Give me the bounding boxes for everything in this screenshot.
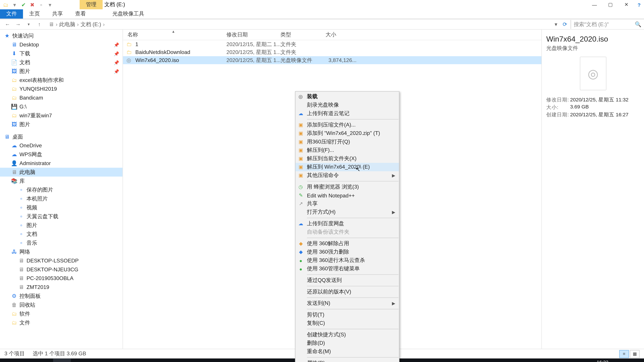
- ctx-burn[interactable]: 刻录光盘映像: [296, 101, 399, 109]
- chevron-right-icon[interactable]: ›: [103, 21, 105, 27]
- maximize-button[interactable]: ▢: [602, 0, 618, 9]
- qat-close-icon[interactable]: ✖: [29, 1, 36, 8]
- ctx-360-trojan-scan[interactable]: ●使用 360进行木马云查杀: [296, 256, 399, 265]
- tree-quick-item[interactable]: 💾G:\: [0, 102, 122, 111]
- tree-misc-item[interactable]: ⚙控制面板: [0, 292, 122, 301]
- ctx-rename[interactable]: 重命名(M): [296, 348, 399, 356]
- ctx-other-zip[interactable]: ▣其他压缩命令▶: [296, 171, 399, 180]
- taskbar-clock[interactable]: 16:32 2020/12/25, 星期五: [582, 360, 623, 362]
- chevron-right-icon[interactable]: ›: [77, 21, 79, 27]
- minimize-button[interactable]: —: [586, 0, 602, 9]
- refresh-button[interactable]: ⟳: [559, 21, 571, 27]
- tree-quick-item[interactable]: 🖼图片: [0, 120, 122, 129]
- search-input[interactable]: 搜索"文档 (E:)" 🔍: [570, 20, 644, 29]
- ctx-mount[interactable]: ◎装载: [296, 92, 399, 101]
- qat-check-icon[interactable]: ✔: [20, 1, 26, 8]
- ctx-delete[interactable]: 删除(D): [296, 339, 399, 348]
- ctx-baidu-upload[interactable]: ☁上传到百度网盘: [296, 220, 399, 228]
- ctx-open-360zip[interactable]: ▣用360压缩打开(Q): [296, 138, 399, 146]
- ctx-360-manage-menu[interactable]: ●使用 360管理右键菜单: [296, 265, 399, 273]
- tree-desktop-item[interactable]: ☁OneDrive: [0, 141, 122, 150]
- ctx-extract-to[interactable]: ▣解压到(F)...: [296, 146, 399, 154]
- ctx-360-force-delete[interactable]: ◆使用 360强力删除: [296, 248, 399, 256]
- tree-quick-item[interactable]: 🗂Bandicam: [0, 93, 122, 102]
- tree-desktop-item[interactable]: 📚库: [0, 177, 122, 186]
- tree-lib-item[interactable]: ▫图片: [0, 221, 122, 230]
- tree-network[interactable]: 🖧网络: [0, 247, 122, 256]
- ribbon-tab-home[interactable]: 主页: [23, 9, 46, 18]
- qat-overflow-icon[interactable]: ▾: [12, 1, 18, 8]
- tree-desktop-item[interactable]: ☁WPS网盘: [0, 150, 122, 159]
- file-row[interactable]: 🗀 BaiduNetdiskDownload 2020/12/25, 星期五 1…: [123, 48, 541, 56]
- tree-network-pc[interactable]: 🖥ZMT2019: [0, 283, 122, 292]
- breadcrumb-location[interactable]: 文档 (E:): [80, 21, 101, 28]
- explorer-taskbar-icon[interactable]: 🗂: [53, 359, 70, 362]
- action-center-button[interactable]: ▭ 3: [629, 359, 642, 362]
- search-button[interactable]: ⌕: [18, 359, 35, 362]
- ctx-extract-here[interactable]: ▣解压到当前文件夹(X): [296, 155, 399, 163]
- tree-quick-item[interactable]: 🗂win7重装win7: [0, 111, 122, 120]
- qat-new-icon[interactable]: ▫: [38, 1, 44, 8]
- ctx-360-unlock[interactable]: ◆使用 360解除占用: [296, 240, 399, 248]
- ctx-extract-named[interactable]: ▣解压到 Win7x64_2020\ (E): [296, 163, 399, 171]
- col-size[interactable]: 大小: [321, 31, 358, 38]
- tree-quick-item[interactable]: 🖼图片📌: [0, 67, 122, 76]
- nav-back-button[interactable]: ←: [4, 21, 10, 27]
- tree-quick-item[interactable]: 🗂YUNQISHI2019: [0, 84, 122, 93]
- close-button[interactable]: ✕: [618, 0, 634, 9]
- search-icon[interactable]: 🔍: [635, 21, 642, 27]
- tree-network-pc[interactable]: 🖥PC-20190530OBLA: [0, 274, 122, 283]
- tree-misc-item[interactable]: 🗂文件: [0, 318, 122, 327]
- tree-quick-item[interactable]: 📄文档📌: [0, 58, 122, 67]
- ctx-qq-send[interactable]: 通过QQ发送到: [296, 276, 399, 285]
- tree-lib-item[interactable]: ▫本机照片: [0, 194, 122, 203]
- ctx-add-archive[interactable]: ▣添加到压缩文件(A)...: [296, 121, 399, 129]
- tree-misc-item[interactable]: 🗑回收站: [0, 301, 122, 309]
- context-tab-manage[interactable]: 管理: [80, 0, 103, 9]
- ribbon-tab-view[interactable]: 查看: [69, 9, 92, 18]
- file-row[interactable]: 🗀 1 2020/12/15, 星期二 1... 文件夹: [123, 40, 541, 48]
- ctx-properties[interactable]: 属性(R): [296, 359, 399, 362]
- ctx-send-to[interactable]: 发送到(N)▶: [296, 299, 399, 308]
- view-thumbnails-button[interactable]: ▦: [630, 350, 640, 358]
- breadcrumb[interactable]: 🖥 › 此电脑 › 文档 (E:) › ▾: [47, 21, 559, 28]
- view-details-button[interactable]: ≡: [619, 350, 629, 358]
- file-row[interactable]: ◎ Win7x64_2020.iso 2020/12/25, 星期五 1... …: [123, 56, 541, 64]
- ctx-share[interactable]: ↗共享: [296, 200, 399, 208]
- breadcrumb-root[interactable]: 此电脑: [59, 21, 75, 28]
- ctx-restore-version[interactable]: 还原以前的版本(V): [296, 288, 399, 296]
- tree-quick-item[interactable]: 🗂excel表格制作求和: [0, 76, 122, 85]
- tree-quick-access[interactable]: ★快速访问: [0, 31, 122, 40]
- tree-misc-item[interactable]: 🗂软件: [0, 309, 122, 318]
- ctx-bee-browser[interactable]: ◷用 蜂蜜浏览器 浏览(3): [296, 183, 399, 191]
- tree-desktop-item[interactable]: 👤Administrator: [0, 159, 122, 168]
- ribbon-tab-file[interactable]: 文件: [0, 9, 23, 18]
- nav-history-dropdown[interactable]: ▾: [26, 22, 32, 26]
- tree-desktop-item[interactable]: 🖥此电脑: [0, 168, 122, 177]
- tree-lib-item[interactable]: ▫天翼云盘下载: [0, 212, 122, 221]
- ribbon-tab-disc-tools[interactable]: 光盘映像工具: [106, 9, 150, 18]
- ctx-youdao[interactable]: ☁上传到有道云笔记: [296, 109, 399, 118]
- col-date[interactable]: 修改日期: [222, 31, 276, 38]
- tree-lib-item[interactable]: ▫保存的图片: [0, 185, 122, 194]
- tree-lib-item[interactable]: ▫视频: [0, 203, 122, 212]
- ctx-copy[interactable]: 复制(C): [296, 319, 399, 328]
- ribbon-tab-share[interactable]: 共享: [46, 9, 69, 18]
- col-type[interactable]: 类型: [276, 31, 321, 38]
- nav-up-button[interactable]: ↑: [36, 21, 42, 27]
- tree-quick-item[interactable]: 🖥Desktop📌: [0, 40, 122, 49]
- ctx-add-zip[interactable]: ▣添加到 "Win7x64_2020.zip" (T): [296, 129, 399, 138]
- chevron-right-icon[interactable]: ›: [56, 21, 58, 27]
- nav-forward-button[interactable]: →: [15, 21, 21, 27]
- tree-quick-item[interactable]: ⬇下载📌: [0, 49, 122, 58]
- help-icon[interactable]: ?: [634, 0, 644, 9]
- breadcrumb-dropdown[interactable]: ▾: [553, 21, 559, 27]
- tree-network-pc[interactable]: 🖥DESKTOP-LSSOEDP: [0, 256, 122, 265]
- task-view-button[interactable]: ⧉: [36, 359, 53, 362]
- qat-dropdown-icon[interactable]: ▾: [47, 1, 53, 8]
- ctx-cut[interactable]: 剪切(T): [296, 311, 399, 319]
- ctx-create-shortcut[interactable]: 创建快捷方式(S): [296, 331, 399, 339]
- tree-lib-item[interactable]: ▫文档: [0, 230, 122, 239]
- tree-network-pc[interactable]: 🖥DESKTOP-NJEU3CG: [0, 265, 122, 274]
- start-button[interactable]: ⊞: [0, 359, 18, 362]
